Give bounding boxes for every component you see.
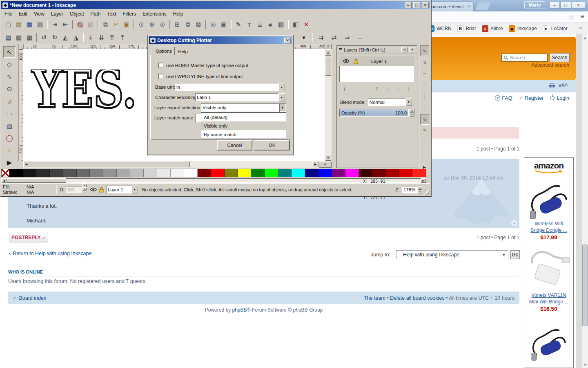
vertical-ruler[interactable]: 1000 800 (18, 49, 23, 161)
palette-swatch[interactable] (399, 169, 412, 177)
group-icon[interactable]: ▣ (219, 20, 229, 29)
zoom-page-icon[interactable]: ⊘ (158, 20, 167, 29)
menu-layer[interactable]: Layer (48, 10, 67, 18)
zoom-drawing-icon[interactable]: ⊕ (147, 20, 157, 29)
copy-icon[interactable]: ⧉ (100, 20, 110, 29)
menu-object[interactable]: Object (67, 10, 87, 18)
scrollbar-thumb[interactable] (582, 245, 588, 326)
text-tool-icon[interactable]: T (244, 20, 254, 29)
minimize-button[interactable]: – (405, 2, 412, 8)
palette-swatch[interactable] (211, 169, 225, 177)
dropdown-option-visible-only[interactable]: Visible only (201, 121, 286, 130)
dialog-close-button[interactable]: ✕ (284, 38, 291, 43)
snap-node-paths-icon[interactable]: · (420, 103, 429, 113)
select-all-icon[interactable]: ▩ (14, 33, 24, 43)
layer-export-select[interactable]: Visible only▼ (201, 103, 286, 112)
ok-button[interactable]: OK (254, 140, 290, 150)
inkscape-titlebar[interactable]: ◆ *New document 1 - Inkscape – ❐ ✕ (1, 1, 430, 9)
palette-swatch[interactable] (130, 169, 144, 177)
cut-icon[interactable]: ✂ (111, 20, 121, 29)
chevron-down-icon[interactable]: ▼ (131, 186, 138, 193)
delete-cookies-link[interactable]: Delete all board cookies (390, 295, 444, 301)
zoom-spinbox[interactable]: 178%▲▼ (402, 186, 422, 193)
scroll-up-icon[interactable]: ▲ (582, 34, 588, 41)
palette-swatch[interactable] (238, 169, 251, 177)
rect-tool-icon[interactable]: ▭ (3, 108, 16, 119)
document-save-icon[interactable]: ▦ (24, 20, 34, 29)
lower-icon[interactable]: ⇊ (96, 33, 106, 43)
palette-scroll-thumb[interactable] (7, 178, 66, 183)
panel-collapse-button[interactable]: ◂ (401, 47, 408, 52)
palette-swatch[interactable] (198, 169, 211, 177)
node-tool-icon[interactable]: ◇ (3, 58, 16, 70)
zoom-tool-icon[interactable]: ⊙ (3, 83, 16, 94)
fill-stroke-indicator[interactable]: Fill:N/A Stroke:N/A (1, 184, 54, 195)
palette-swatch[interactable] (305, 169, 318, 177)
palette-swatch[interactable] (292, 169, 305, 177)
scroll-right-icon[interactable]: ▶ (312, 161, 318, 167)
bookmark-inkscape[interactable]: ◆Inkscape (509, 25, 537, 32)
faq-link[interactable]: ?FAQ (495, 95, 512, 101)
menu-filters[interactable]: Filters (119, 10, 139, 18)
board-index-link[interactable]: Board index (19, 295, 46, 301)
bookmark-alibre[interactable]: ●Alibre (482, 25, 503, 32)
menu-file[interactable]: File (1, 10, 16, 18)
chevron-down-icon[interactable]: ▼ (279, 103, 286, 112)
product-image-wifi-dongle[interactable] (526, 175, 571, 220)
login-link[interactable]: Login (550, 95, 569, 101)
layer-list[interactable]: Layer 1 (339, 56, 414, 82)
tab-close-icon[interactable]: ✕ (468, 4, 471, 9)
lock-open-icon[interactable] (354, 58, 358, 64)
browser-minimize-button[interactable]: – (549, 2, 560, 9)
bookmark-star-icon[interactable]: ☆ (568, 13, 574, 22)
blend-mode-select[interactable]: Normal▼ (368, 98, 412, 106)
rotate-ccw-icon[interactable]: ↺ (39, 33, 49, 43)
scroll-down-icon[interactable]: ▼ (582, 361, 588, 368)
font-size-control[interactable]: vA^ (559, 83, 568, 88)
scroll-left-icon[interactable]: ◀ (23, 161, 29, 167)
snap-page-border-icon[interactable]: ⇘ (420, 114, 429, 125)
browser-tab[interactable]: rum.com • View t ✕ (427, 1, 474, 11)
base-unit-select[interactable]: in▼ (175, 83, 285, 91)
palette-swatch[interactable] (225, 169, 238, 177)
palette-scrollbar[interactable]: ◀ ▶ (1, 178, 426, 183)
vscroll-thumb[interactable] (325, 56, 331, 76)
palette-swatch[interactable] (332, 169, 345, 177)
encoding-select[interactable]: Latin 1▼ (195, 93, 285, 101)
chevron-down-icon[interactable]: ▼ (405, 98, 412, 106)
document-open-icon[interactable]: ▤ (14, 20, 24, 29)
scroll-down-icon[interactable]: ▼ (325, 155, 331, 161)
scroll-left-icon[interactable]: ◀ (1, 178, 7, 183)
lower-to-bottom-icon[interactable]: ⤓ (86, 33, 96, 43)
align-dialog-icon[interactable]: ▥ (276, 20, 286, 29)
palette-swatch[interactable] (157, 169, 171, 177)
zoom-selection-icon[interactable]: ⊙ (136, 20, 146, 29)
export-icon[interactable]: ⇤ (60, 20, 70, 29)
opacity-spinbox[interactable]: 100 (66, 186, 82, 193)
phpbb-link[interactable]: phpBB (232, 307, 247, 313)
layer-lower-icon[interactable]: ↓ (393, 85, 403, 93)
menu-help[interactable]: Help (170, 10, 187, 18)
bookmarks-overflow-icon[interactable]: » (579, 25, 582, 31)
palette-swatch[interactable] (171, 169, 184, 177)
scroll-corner-button[interactable]: ✥ (318, 161, 332, 168)
palette-swatch[interactable] (184, 169, 198, 177)
palette-swatch[interactable] (412, 169, 426, 177)
units-combo-icon[interactable]: ▾ (299, 33, 309, 43)
opacity-slider-spinner[interactable]: ▲▼ (410, 109, 414, 117)
browser-close-button[interactable]: ✕ (572, 2, 585, 9)
menu-path[interactable]: Path (87, 10, 104, 18)
palette-swatch[interactable] (318, 169, 332, 177)
snap-nodes-icon[interactable]: ┆ (420, 91, 429, 102)
move-when-scaling-icon[interactable]: ⇉ (316, 33, 326, 43)
flip-vertical-icon[interactable]: ◮ (71, 33, 81, 43)
palette-swatch[interactable] (144, 169, 157, 177)
scroll-up-icon[interactable]: ▲ (325, 49, 331, 56)
measure-tool-icon[interactable]: ⊿ (3, 95, 16, 107)
move-patterns-icon[interactable]: ⇛ (342, 33, 352, 43)
palette-swatch[interactable] (90, 169, 103, 177)
paste-icon[interactable]: ▣ (122, 20, 131, 29)
opacity-slider[interactable]: Opacity (%) 100.0 (339, 109, 409, 117)
document-print-icon[interactable]: ▥ (35, 20, 45, 29)
opacity-spinner[interactable]: ▲▼ (82, 184, 87, 191)
